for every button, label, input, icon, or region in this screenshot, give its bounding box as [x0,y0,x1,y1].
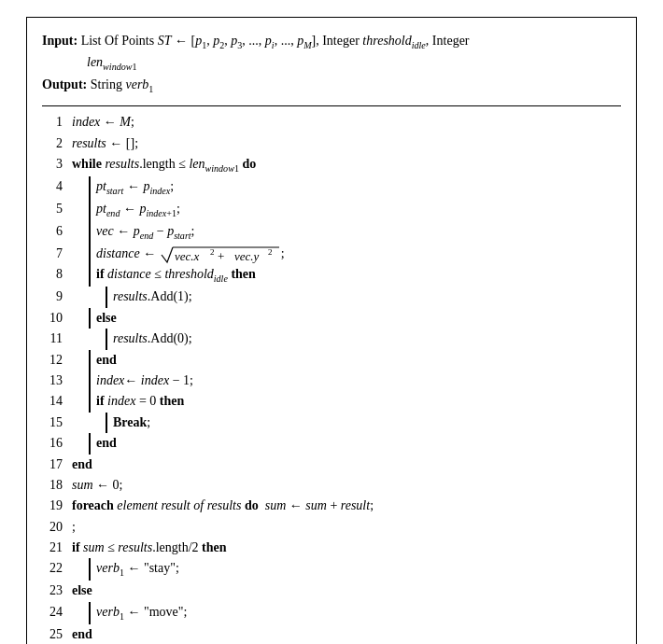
input-line2: lenwindow1 [42,52,621,74]
line-content-12: end [72,350,621,371]
line-num-6: 6 [42,221,63,242]
line-num-3: 3 [42,154,63,175]
line-num-22: 22 [42,558,63,579]
line-25: 25 end [42,624,621,644]
line-content-11: results.Add(0); [72,329,621,349]
line-num-8: 8 [42,264,63,285]
line-8: 8 if distance ≤ thresholdidle then [42,264,621,287]
line-content-16: end [72,433,621,454]
line-content-6: vec ← pend − pstart; [72,221,621,244]
line-num-18: 18 [42,475,63,496]
line-17: 17 end [42,455,621,475]
input-label: Input: [42,31,81,51]
line-content-21: if sum ≤ results.length/2 then [72,538,621,558]
line-num-16: 16 [42,433,63,454]
svg-text:vec.y: vec.y [234,249,260,263]
line-num-13: 13 [42,371,63,391]
line-12: 12 end [42,350,621,371]
line-21: 21 if sum ≤ results.length/2 then [42,538,621,558]
line-content-24: verb1 ← "move"; [72,602,621,624]
line-content-23: else [72,581,621,601]
line-content-15: Break; [72,413,621,433]
header-section: Input: List Of Points ST ← [p1, p2, p3, … [42,31,621,96]
line-num-1: 1 [42,112,63,133]
svg-text:2: 2 [268,247,273,257]
output-text: String verb1 [91,75,154,96]
output-line: Output: String verb1 [42,75,621,96]
line-1: 1 index ← M; [42,112,621,133]
input-text: List Of Points ST ← [p1, p2, p3, ..., pi… [81,31,470,52]
line-num-10: 10 [42,308,63,329]
line-num-21: 21 [42,538,63,558]
line-num-5: 5 [42,199,63,219]
line-20: 20 ; [42,517,621,538]
line-content-10: else [72,308,621,329]
line-num-11: 11 [42,329,63,349]
line-content-20: ; [72,517,621,538]
line-7: 7 distance ← vec.x 2 + vec.y 2 [42,244,621,265]
line-content-3: while results.length ≤ lenwindow1 do [72,154,621,176]
line-content-17: end [72,455,621,475]
len-window-text: lenwindow1 [87,52,137,74]
svg-text:2: 2 [210,247,215,257]
line-14: 14 if index = 0 then [42,391,621,412]
line-content-25: end [72,624,621,644]
line-3: 3 while results.length ≤ lenwindow1 do [42,154,621,176]
line-num-17: 17 [42,455,63,475]
divider [42,105,621,106]
code-lines: 1 index ← M; 2 results ← []; 3 while res… [42,112,621,644]
line-num-2: 2 [42,133,63,154]
svg-text:+: + [218,249,224,263]
line-content-9: results.Add(1); [72,287,621,307]
line-22: 22 verb1 ← "stay"; [42,558,621,581]
line-content-2: results ← []; [72,133,621,154]
line-content-13: index← index − 1; [72,371,621,391]
line-num-9: 9 [42,287,63,307]
svg-text:vec.x: vec.x [175,249,200,263]
line-content-8: if distance ≤ thresholdidle then [72,264,621,287]
output-label: Output: [42,75,91,95]
line-content-18: sum ← 0; [72,475,621,496]
line-content-7: distance ← vec.x 2 + vec.y 2 ; [72,244,621,265]
line-num-7: 7 [42,244,63,264]
line-13: 13 index← index − 1; [42,371,621,391]
line-10: 10 else [42,308,621,329]
line-num-25: 25 [42,624,63,644]
line-content-22: verb1 ← "stay"; [72,558,621,581]
line-num-12: 12 [42,350,63,371]
line-16: 16 end [42,433,621,454]
line-content-19: foreach element result of results do sum… [72,496,621,516]
line-9: 9 results.Add(1); [42,287,621,307]
line-5: 5 ptend ← pindex+1; [42,199,621,221]
line-content-5: ptend ← pindex+1; [72,199,621,221]
line-23: 23 else [42,581,621,601]
line-11: 11 results.Add(0); [42,329,621,349]
sqrt-svg: vec.x 2 + vec.y 2 [160,244,281,264]
line-num-20: 20 [42,517,63,538]
line-num-23: 23 [42,581,63,601]
line-num-19: 19 [42,496,63,516]
line-2: 2 results ← []; [42,133,621,154]
line-24: 24 verb1 ← "move"; [42,602,621,624]
input-line: Input: List Of Points ST ← [p1, p2, p3, … [42,31,621,52]
line-num-15: 15 [42,413,63,433]
line-content-14: if index = 0 then [72,391,621,412]
line-4: 4 ptstart ← pindex; [42,176,621,199]
line-num-14: 14 [42,391,63,412]
line-15: 15 Break; [42,413,621,433]
line-num-4: 4 [42,176,63,197]
line-content-1: index ← M; [72,112,621,133]
line-num-24: 24 [42,602,63,623]
line-18: 18 sum ← 0; [42,475,621,496]
line-19: 19 foreach element result of results do … [42,496,621,516]
algorithm-box: Input: List Of Points ST ← [p1, p2, p3, … [26,17,637,644]
line-content-4: ptstart ← pindex; [72,176,621,199]
line-6: 6 vec ← pend − pstart; [42,221,621,244]
